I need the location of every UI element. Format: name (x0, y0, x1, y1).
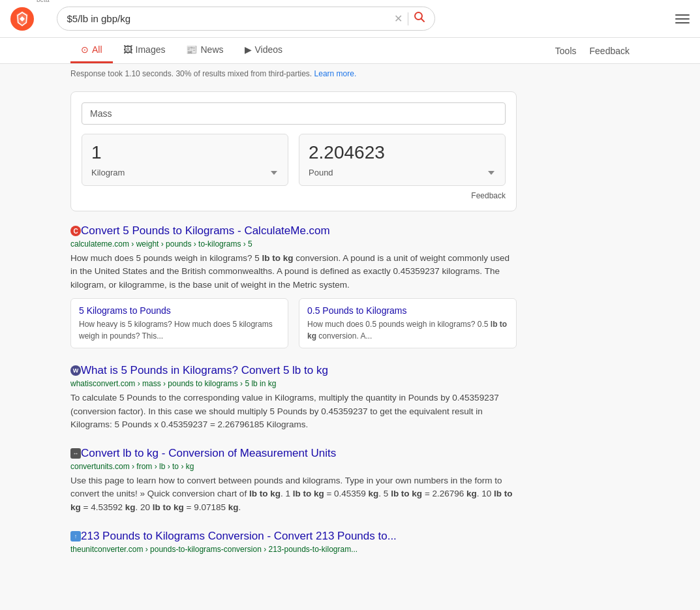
nav-bar: ⊙ All 🖼 Images 📰 News ▶ Videos Tools Fee… (0, 38, 700, 64)
clear-icon[interactable]: ✕ (394, 12, 403, 25)
converter-output-value: 2.204623 (309, 142, 496, 163)
converter-output-box: 2.204623 PoundKilogramGramOunce (299, 134, 506, 186)
converter-input-unit[interactable]: KilogramGramPoundOunce (91, 168, 279, 177)
tab-news[interactable]: 📰 News (175, 38, 234, 63)
results-container: C Convert 5 Pounds to Kilograms - Calcul… (70, 224, 517, 554)
search-divider (408, 12, 408, 25)
result-snippet: How much does 5 pounds weigh in kilogram… (70, 252, 517, 292)
tools-link[interactable]: Tools (555, 46, 577, 56)
learn-more-link[interactable]: Learn more. (314, 69, 357, 78)
sub-link-title[interactable]: 5 Kilograms to Pounds (79, 305, 280, 316)
converter-feedback-link[interactable]: Feedback (82, 191, 506, 200)
header: beta ✕ (0, 0, 700, 38)
result-favicon: C (70, 226, 81, 236)
sub-links: 5 Kilograms to Pounds How heavy is 5 kil… (70, 298, 517, 349)
converter-input-box: 1 KilogramGramPoundOunce (82, 134, 288, 186)
tab-videos[interactable]: ▶ Videos (234, 38, 294, 63)
converter-widget: MassLengthVolumeTemperatureSpeed 1 Kilog… (70, 91, 517, 211)
result-favicon: W (70, 365, 81, 376)
result-url[interactable]: calculateme.com › weight › pounds › to-k… (70, 239, 517, 249)
info-text: Response took 1.10 seconds. 30% of resul… (70, 69, 312, 78)
search-input[interactable] (67, 13, 389, 24)
result-url[interactable]: convertunits.com › from › lb › to › kg (70, 462, 517, 471)
main-content: MassLengthVolumeTemperatureSpeed 1 Kilog… (0, 84, 587, 577)
sub-link-item: 0.5 Pounds to Kilograms How much does 0.… (299, 298, 517, 349)
images-icon: 🖼 (123, 44, 132, 55)
converter-category-select[interactable]: MassLengthVolumeTemperatureSpeed (82, 102, 506, 125)
nav-right: Tools Feedback (555, 46, 630, 56)
all-icon: ⊙ (81, 44, 89, 55)
feedback-link[interactable]: Feedback (590, 46, 630, 56)
result-title[interactable]: C Convert 5 Pounds to Kilograms - Calcul… (70, 224, 517, 237)
result-favicon: ↑ (70, 531, 81, 541)
info-bar: Response took 1.10 seconds. 30% of resul… (0, 64, 700, 84)
converter-output-unit[interactable]: PoundKilogramGramOunce (309, 168, 496, 177)
result-snippet: To calculate 5 Pounds to the correspondi… (70, 391, 517, 431)
hamburger-menu[interactable] (675, 14, 690, 23)
result-url[interactable]: theunitconverter.com › pounds-to-kilogra… (70, 545, 517, 554)
result-title[interactable]: ↑ 213 Pounds to Kilograms Conversion - C… (70, 530, 517, 543)
result-url[interactable]: whatisconvert.com › mass › pounds to kil… (70, 379, 517, 388)
result-favicon: ↔ (70, 448, 81, 459)
result-item-1: C Convert 5 Pounds to Kilograms - Calcul… (70, 224, 517, 348)
result-title[interactable]: ↔ Convert lb to kg - Conversion of Measu… (70, 447, 517, 460)
sub-link-title[interactable]: 0.5 Pounds to Kilograms (307, 305, 508, 316)
result-title[interactable]: W What is 5 Pounds in Kilograms? Convert… (70, 364, 517, 377)
news-icon: 📰 (186, 44, 197, 55)
tab-all[interactable]: ⊙ All (70, 38, 113, 63)
converter-row: 1 KilogramGramPoundOunce 2.204623 PoundK… (82, 134, 506, 186)
beta-badge: beta (37, 0, 49, 3)
svg-line-2 (421, 19, 425, 22)
search-button[interactable] (414, 11, 425, 26)
tab-images[interactable]: 🖼 Images (113, 38, 176, 63)
converter-input-value: 1 (91, 142, 279, 163)
sub-link-item: 5 Kilograms to Pounds How heavy is 5 kil… (70, 298, 288, 349)
result-item-4: ↑ 213 Pounds to Kilograms Conversion - C… (70, 530, 517, 554)
search-bar: ✕ (57, 7, 435, 31)
result-snippet: Use this page to learn how to convert be… (70, 474, 517, 514)
sub-link-text: How much does 0.5 pounds weigh in kilogr… (307, 320, 507, 341)
brave-logo (10, 7, 34, 31)
result-item-3: ↔ Convert lb to kg - Conversion of Measu… (70, 447, 517, 514)
sub-link-text: How heavy is 5 kilograms? How much does … (79, 320, 273, 341)
result-item-2: W What is 5 Pounds in Kilograms? Convert… (70, 364, 517, 431)
videos-icon: ▶ (245, 44, 252, 55)
